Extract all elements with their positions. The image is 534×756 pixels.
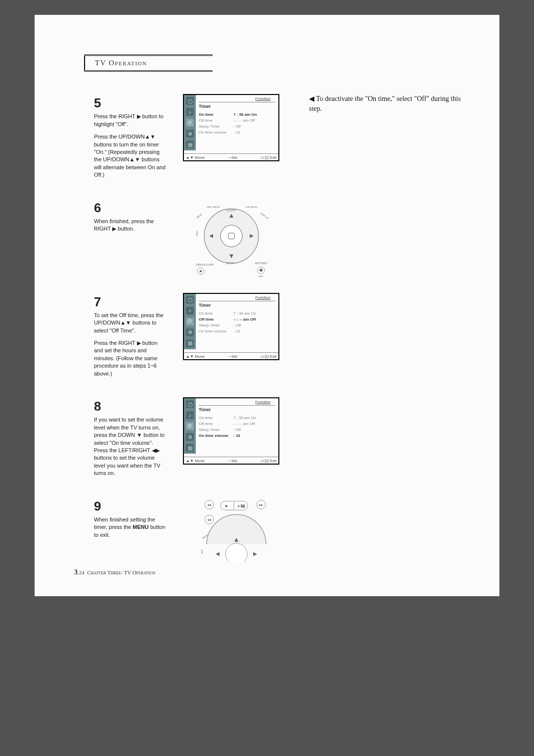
step-number: 6 [94,199,167,217]
sidebar-icon: ⚙ [186,130,194,138]
sidebar-icon: ♪ [186,411,194,419]
left-right-triangles-icon: ◀▶ [152,447,160,454]
up-down-triangles-icon: ▲▼ [130,156,140,163]
rew-icon: ◂◂ [207,518,211,522]
osd-menu-screenshot: ▢ ♪ ⏱ ⚙ ▤ Function Timer On time7 : 30 a… [183,94,279,161]
sidebar-icon: ♪ [186,108,194,116]
step-5-text: 5 Press the RIGHT ▶ button to highlight … [74,94,173,184]
svg-text:TRK: TRK [196,231,198,236]
sidebar-icon: ▢ [186,97,194,105]
stop-icon: ■ [225,504,227,508]
step-6-row: 6 When finished, press the RIGHT ▶ butto… [74,199,470,278]
instruction-text: When finished setting the timer, press t… [94,516,167,539]
svg-text:SLOW+: SLOW+ [226,209,236,212]
step-number: 8 [94,397,167,415]
up-down-triangles-icon: ▲▼ [145,133,156,141]
svg-text:DISPLAY: DISPLAY [260,212,269,220]
page-number: 3 [74,568,78,576]
svg-marker-27 [216,552,220,556]
sidebar-icon: ⚙ [186,329,194,336]
step-8-row: 8 If you want to set the volume level wh… [74,397,470,482]
menu-footer: ▲▼ Move ↔Sel. ▭▯▯ Exit [184,153,278,160]
right-triangle-icon: ▶ [137,339,141,347]
sidebar-icon: ▤ [186,339,194,347]
svg-text:DISC MENU: DISC MENU [207,206,221,208]
footer-chapter: Chapter Three: TV Operation [87,569,155,575]
sidebar-icon: ▢ [186,296,194,304]
down-triangle-icon: ▼ [136,431,142,439]
up-down-triangles-icon: ▲▼ [120,319,131,327]
menu-function-label: Function [199,96,275,102]
svg-text:RETURN: RETURN [255,262,267,265]
menu-sidebar: ▢ ♪ ⏱ ⚙ ▤ [184,95,196,150]
instruction-text: Press the UP/DOWN▲▼ buttons to turn the … [94,133,167,179]
move-hint: ▲▼ Move [186,155,205,160]
step-number: 5 [94,94,167,112]
step-9-text: 9 When finished setting the timer, press… [74,497,173,544]
play-pause-icon: ▸/▮▮ [237,504,244,508]
step-5-row: 5 Press the RIGHT ▶ button to highlight … [74,94,470,184]
sidebar-icon: ▤ [186,141,194,148]
svg-text:TRK: TRK [201,549,203,554]
menu-sidebar: ▢ ♪ ⏱ ⚙ ▤ [184,398,196,454]
side-note: ◀ To deactivate the "On time," select "O… [289,94,470,113]
sidebar-icon: ⚙ [186,433,194,441]
chapter-header: TV Operation [84,55,213,71]
sidebar-icon: ▢ [186,400,194,408]
instruction-text: Press the RIGHT ▶ button and set the hou… [94,339,167,378]
svg-point-1 [221,225,242,247]
exit-hint: ▭▯▯ Exit [261,155,276,160]
right-triangle-icon: ▶ [112,225,116,233]
next-icon: ▸▸ [259,503,263,507]
step-8-figure: ▢ ♪ ⏱ ⚙ ▤ Function Timer On time7 : 30 a… [173,397,289,465]
step-7-text: 7 To set the Off time, press the UP/DOWN… [74,293,173,383]
svg-text:MENU: MENU [195,213,203,219]
svg-marker-28 [253,552,257,556]
remote-dpad-figure: SLOW+ SLOW – DISC MENU TOP MENU MENU DIS… [192,199,271,278]
step-number: 7 [94,293,167,311]
page-footer: 3.24 Chapter Three: TV Operation [74,568,155,576]
step-number: 9 [94,497,167,515]
remote-dpad-svg: SLOW+ SLOW – DISC MENU TOP MENU MENU DIS… [192,199,271,278]
step-7-row: 7 To set the Off time, press the UP/DOWN… [74,293,470,383]
svg-text:OPEN/CLOSE: OPEN/CLOSE [196,263,214,266]
chapter-header-frame: TV Operation [84,54,213,72]
sidebar-icon: ⏱ [186,318,194,326]
svg-text:REC: REC [259,275,264,278]
osd-menu-screenshot: ▢ ♪ ⏱ ⚙ ▤ Function Timer On time7 : 30 a… [183,397,279,465]
sidebar-icon: ⏱ [186,422,194,430]
remote-top-figure: ◂◂ ▸▸ ■ ▸/▮▮ ◂◂ DISC MENU MENU [192,497,271,562]
exit-icon: ▭▯▯ [261,155,268,160]
step-8-text: 8 If you want to set the volume level wh… [74,397,173,482]
svg-text:SLOW –: SLOW – [226,262,237,265]
prev-icon: ◂◂ [207,503,211,507]
svg-point-25 [225,543,247,562]
eject-icon [199,270,202,272]
instruction-text: When finished, press the RIGHT ▶ button. [94,218,167,233]
step-9-figure: ◂◂ ▸▸ ■ ▸/▮▮ ◂◂ DISC MENU MENU [173,497,289,562]
sidebar-icon: ⏱ [186,119,194,127]
instruction-text: If you want to set the volume level when… [94,416,167,477]
step-9-row: 9 When finished setting the timer, press… [74,497,470,562]
osd-menu-screenshot: ▢ ♪ ⏱ ⚙ ▤ Function Timer On time7 : 30 a… [183,293,279,360]
step-6-figure: SLOW+ SLOW – DISC MENU TOP MENU MENU DIS… [173,199,289,278]
step-6-text: 6 When finished, press the RIGHT ▶ butto… [74,199,173,238]
manual-page: TV Operation 5 Press the RIGHT ▶ button … [35,15,499,596]
instruction-text: To set the Off time, press the UP/DOWN▲▼… [94,312,167,334]
record-dot-icon [260,269,263,272]
instruction-text: Press the RIGHT ▶ button to highlight "O… [94,113,167,128]
left-triangle-icon: ◀ [309,94,314,104]
menu-button-label: MENU [133,524,148,530]
step-5-figure: ▢ ♪ ⏱ ⚙ ▤ Function Timer On time7 : 30 a… [173,94,289,161]
menu-sidebar: ▢ ♪ ⏱ ⚙ ▤ [184,294,196,349]
sidebar-icon: ♪ [186,307,194,315]
svg-text:TOP MENU: TOP MENU [245,206,258,208]
step-7-figure: ▢ ♪ ⏱ ⚙ ▤ Function Timer On time7 : 30 a… [173,293,289,360]
right-triangle-icon: ▶ [137,113,141,120]
menu-title: Timer [199,104,275,109]
note-text: To deactivate the "On time," select "Off… [309,95,461,112]
sidebar-icon: ▤ [186,444,194,452]
select-hint: ↔Sel. [227,155,238,160]
